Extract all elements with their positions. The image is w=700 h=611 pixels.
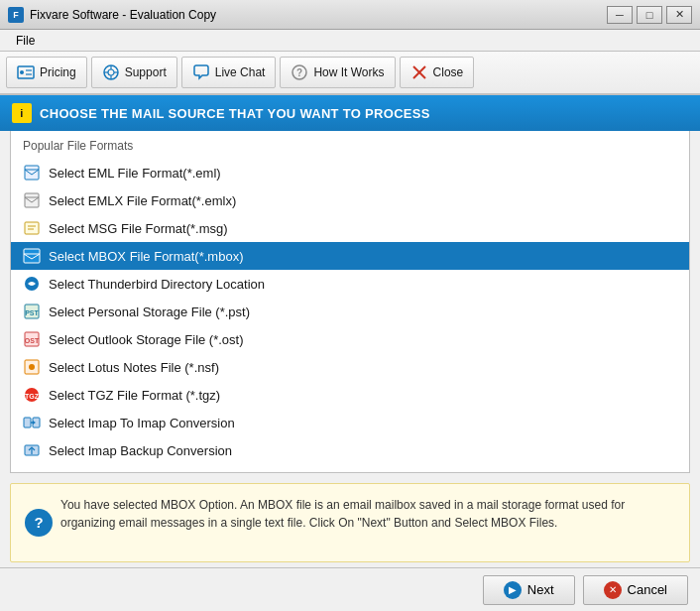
bottom-bar: ▶ Next ✕ Cancel xyxy=(0,567,700,611)
how-it-works-button[interactable]: ? How It Works xyxy=(280,57,395,88)
main-content: Popular File Formats Select EML File For… xyxy=(10,131,690,473)
list-item[interactable]: OST Select Outlook Storage File (*.ost) xyxy=(11,325,689,353)
list-item[interactable]: Select EMLX File Format(*.emlx) xyxy=(11,186,689,214)
list-item[interactable]: Select Lotus Notes File (*.nsf) xyxy=(11,353,689,381)
emlx-icon xyxy=(23,191,41,209)
thunderbird-icon xyxy=(23,275,41,293)
support-label: Support xyxy=(125,65,167,79)
app-icon: F xyxy=(8,7,24,23)
support-icon xyxy=(102,63,120,81)
svg-rect-16 xyxy=(25,193,39,207)
list-item[interactable]: Select EML File Format(*.eml) xyxy=(11,159,689,186)
how-it-works-label: How It Works xyxy=(313,65,384,79)
window-controls: ─ □ ✕ xyxy=(607,6,692,24)
list-item[interactable]: Select Imap Backup Conversion xyxy=(11,436,689,464)
svg-rect-32 xyxy=(24,418,31,428)
section-header: i CHOOSE THE MAIL SOURCE THAT YOU WANT T… xyxy=(0,95,700,131)
live-chat-icon xyxy=(192,63,210,81)
imap-convert-icon xyxy=(23,414,41,431)
svg-point-29 xyxy=(29,364,35,370)
cancel-button[interactable]: ✕ Cancel xyxy=(583,575,688,605)
svg-rect-14 xyxy=(25,166,39,180)
title-bar-left: F Fixvare Software - Evaluation Copy xyxy=(8,7,216,23)
svg-point-1 xyxy=(20,70,24,74)
pricing-label: Pricing xyxy=(40,65,76,79)
close-window-button[interactable]: ✕ xyxy=(666,6,692,24)
live-chat-button[interactable]: Live Chat xyxy=(181,57,277,88)
list-item[interactable]: Select MSG File Format(*.msg) xyxy=(11,214,689,242)
next-label: Next xyxy=(527,582,554,597)
eml-icon xyxy=(23,164,41,182)
section-header-title: CHOOSE THE MAIL SOURCE THAT YOU WANT TO … xyxy=(40,106,430,121)
window-title: Fixvare Software - Evaluation Copy xyxy=(30,8,216,22)
app-window: F Fixvare Software - Evaluation Copy ─ □… xyxy=(0,0,700,611)
support-button[interactable]: Support xyxy=(91,57,177,88)
pst-icon: PST xyxy=(23,303,41,320)
section-header-icon: i xyxy=(12,103,32,123)
svg-text:TGZ: TGZ xyxy=(25,393,40,400)
list-item[interactable]: TGZ Select TGZ File Format (*.tgz) xyxy=(11,381,689,409)
restore-button[interactable]: □ xyxy=(637,6,662,24)
how-it-works-icon: ? xyxy=(291,63,308,81)
ost-icon: OST xyxy=(23,330,41,348)
svg-rect-18 xyxy=(25,222,39,234)
next-icon: ▶ xyxy=(504,581,522,599)
content-area: Popular File Formats Select EML File For… xyxy=(0,131,700,567)
info-text: You have selected MBOX Option. An MBOX f… xyxy=(60,498,625,530)
minimize-button[interactable]: ─ xyxy=(607,6,633,24)
pricing-button[interactable]: Pricing xyxy=(6,57,87,88)
next-button[interactable]: ▶ Next xyxy=(483,575,575,605)
live-chat-label: Live Chat xyxy=(215,65,266,79)
pricing-icon xyxy=(17,63,35,81)
menu-bar: File xyxy=(0,30,700,52)
svg-point-5 xyxy=(108,69,114,75)
mbox-icon xyxy=(23,247,41,265)
list-item[interactable]: Select Imap To Imap Conversion xyxy=(11,409,689,436)
info-icon: ? xyxy=(25,509,53,537)
group-label: Popular File Formats xyxy=(11,131,689,157)
list-item-mbox[interactable]: Select MBOX File Format(*.mbox) xyxy=(11,242,689,270)
toolbar-close-button[interactable]: Close xyxy=(400,57,475,88)
svg-text:?: ? xyxy=(296,67,302,78)
cancel-label: Cancel xyxy=(628,582,667,597)
menu-file[interactable]: File xyxy=(8,32,43,50)
format-list: Select EML File Format(*.eml) Select EML… xyxy=(11,157,689,472)
nsf-icon xyxy=(23,358,41,376)
toolbar-close-label: Close xyxy=(433,65,464,79)
cancel-icon: ✕ xyxy=(604,581,622,599)
title-bar: F Fixvare Software - Evaluation Copy ─ □… xyxy=(0,0,700,30)
msg-icon xyxy=(23,219,41,237)
tgz-icon: TGZ xyxy=(23,386,41,404)
svg-text:PST: PST xyxy=(25,309,39,316)
svg-text:OST: OST xyxy=(25,337,40,344)
toolbar-close-icon xyxy=(410,63,428,81)
list-item[interactable]: Select Thunderbird Directory Location xyxy=(11,270,689,298)
info-box: ? You have selected MBOX Option. An MBOX… xyxy=(10,483,690,562)
list-item[interactable]: PST Select Personal Storage File (*.pst) xyxy=(11,298,689,325)
imap-backup-icon xyxy=(23,441,41,459)
toolbar: Pricing Support xyxy=(0,52,700,95)
